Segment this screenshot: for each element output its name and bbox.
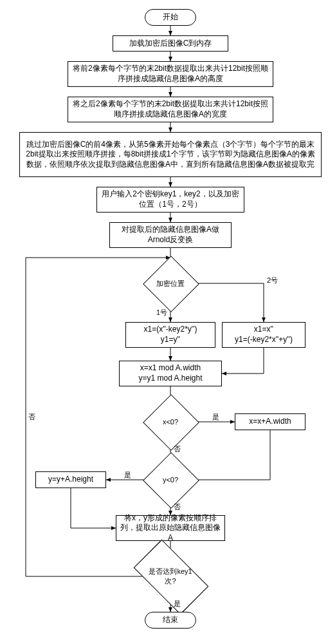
extract-pixels-process: 跳过加密后图像C的前4像素，从第5像素开始每个像素点（3个字节）每个字节的最末2…: [19, 132, 322, 177]
extract-height-process: 将前2像素每个字节的末2bit数据提取出来共计12bit按照顺序拼接成隐藏信息图…: [68, 61, 273, 87]
end-terminator: 结束: [145, 612, 196, 629]
key1-no-label: 否: [28, 412, 35, 422]
y-fix-label: y=y+A.height: [48, 475, 93, 485]
reorder-process: 将x，y形成的像素按顺序排列，提取出原始隐藏信息图像A: [116, 515, 225, 541]
extract-width-process: 将之后2像素每个字节的末2bit数据提取出来共计12bit按照顺序拼接成隐藏信息…: [68, 97, 273, 122]
inv-arnold-label: 对提取后的隐藏信息图像A做Arnold反变换: [114, 225, 227, 245]
x-fix-label: x=x+A.width: [249, 417, 291, 427]
y-check-label: y<0?: [163, 476, 178, 484]
mod-label: x=x1 mod A.width y=y1 mod A.height: [138, 363, 202, 383]
y-fix-process: y=y+A.height: [35, 471, 106, 488]
y-check-decision: y<0?: [151, 460, 190, 499]
input-keys-process: 用户输入2个密钥key1，key2，以及加密位置（1号，2号）: [96, 187, 244, 213]
start-terminator: 开始: [145, 9, 196, 26]
x-no-label: 否: [174, 444, 181, 454]
x-yes-label: 是: [212, 412, 219, 422]
pos2-edge-label: 2号: [267, 276, 278, 285]
load-process: 加载加密后图像C到内存: [113, 35, 228, 52]
reorder-label: 将x，y形成的像素按顺序排列，提取出原始隐藏信息图像A: [120, 513, 221, 544]
key1-check-decision: 是否达到key1次?: [143, 557, 197, 596]
mod-process: x=x1 mod A.width y=y1 mod A.height: [119, 361, 222, 386]
y-yes-label: 是: [124, 470, 131, 480]
key1-check-label: 是否达到key1次?: [145, 567, 196, 586]
y-no-label: 否: [174, 502, 181, 512]
pos2-label: x1=x'' y1=(-key2*x''+y''): [235, 325, 293, 345]
end-label: 结束: [163, 615, 178, 625]
start-label: 开始: [163, 12, 178, 23]
extract-px-label: 跳过加密后图像C的前4像素，从第5像素开始每个像素点（3个字节）每个字节的最末2…: [24, 140, 317, 170]
flowchart-container: 开始 加载加密后图像C到内存 将前2像素每个字节的末2bit数据提取出来共计12…: [6, 6, 322, 638]
load-label: 加载加密后图像C到内存: [129, 39, 212, 49]
pos1-label: x1=(x''-key2*y'') y1=y'': [144, 325, 197, 345]
position-decision: 加密位置: [151, 264, 190, 303]
x-check-label: x<0?: [163, 418, 178, 426]
extract-w-label: 将之后2像素每个字节的末2bit数据提取出来共计12bit按照顺序拼接成隐藏信息…: [72, 99, 269, 119]
pos2-formula-process: x1=x'' y1=(-key2*x''+y''): [222, 322, 305, 348]
key1-yes-label: 是: [174, 599, 181, 609]
pos1-edge-label: 1号: [156, 308, 167, 317]
x-check-decision: x<0?: [151, 402, 190, 441]
pos-check-label: 加密位置: [156, 279, 185, 289]
extract-h-label: 将前2像素每个字节的末2bit数据提取出来共计12bit按照顺序拼接成隐藏信息图…: [72, 64, 269, 84]
input-keys-label: 用户输入2个密钥key1，key2，以及加密位置（1号，2号）: [101, 189, 240, 209]
pos1-formula-process: x1=(x''-key2*y'') y1=y'': [125, 322, 215, 348]
x-fix-process: x=x+A.width: [235, 413, 305, 430]
inverse-arnold-process: 对提取后的隐藏信息图像A做Arnold反变换: [109, 222, 232, 248]
